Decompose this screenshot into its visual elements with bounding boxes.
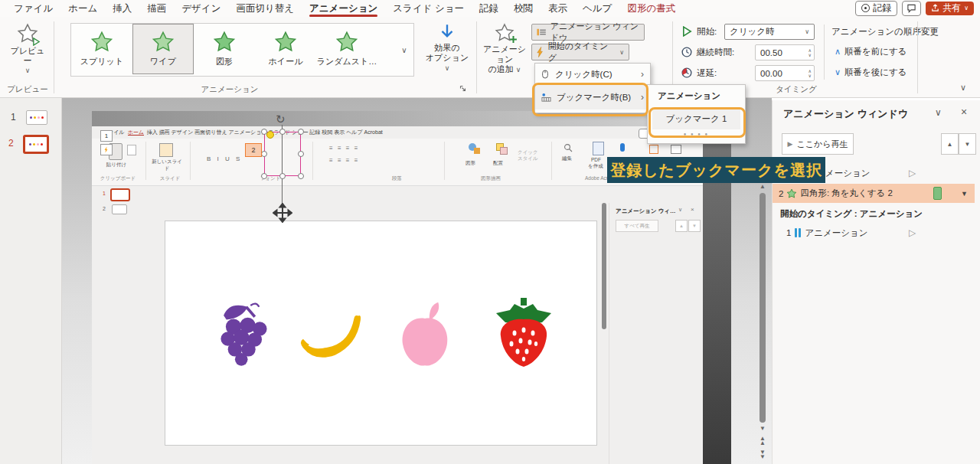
tab-transitions[interactable]: 画面切り替え — [228, 0, 302, 17]
effect-options-label: 効果の — [434, 43, 459, 53]
timing-group-label: タイミング — [735, 84, 858, 95]
preview-label: プレビュー — [6, 46, 49, 66]
submenu-item-bookmark-1[interactable]: ブックマーク 1 — [652, 108, 740, 129]
gallery-item-random-bars[interactable]: ランダムスト… — [316, 24, 377, 74]
next-slide-button[interactable]: ▼▼ — [758, 450, 767, 459]
scrollbar-up-icon[interactable]: ▲ — [758, 184, 767, 190]
menu-item-on-click[interactable]: クリック時(C) › — [535, 64, 650, 85]
trigger-animation-item[interactable]: 1 アニメーション ▷ — [773, 224, 975, 242]
animation-item-2-selected[interactable]: 2 四角形: 角を丸くする 2 ▼ — [773, 184, 975, 203]
delay-input[interactable]: 00.00 ∧∨ — [755, 65, 815, 81]
nested-scrollbar-thumb[interactable] — [602, 203, 606, 329]
menu-item-label: クリック時(C) — [555, 69, 612, 80]
tab-home[interactable]: ホーム — [60, 0, 105, 17]
tab-design[interactable]: デザイン — [174, 0, 228, 17]
scrollbar-thumb[interactable] — [760, 193, 766, 423]
gallery-item-label: スプリット — [80, 56, 123, 67]
move-later-button[interactable]: ∨ 順番を後にする — [835, 67, 907, 78]
animation-pane-icon — [537, 28, 547, 37]
nested-pane-collapse-icon[interactable]: ∨ — [678, 207, 682, 213]
trigger-chevron-icon: ∨ — [619, 49, 624, 56]
tab-slideshow[interactable]: スライド ショー — [385, 0, 472, 17]
tab-record[interactable]: 記録 — [472, 0, 506, 17]
preview-button[interactable]: プレビュー ∨ — [6, 23, 49, 76]
move-earlier-button[interactable]: ∧ 順番を前にする — [835, 46, 907, 57]
gallery-item-split[interactable]: スプリット — [71, 24, 132, 74]
paragraph-icons: ≡ ≡ ≡ ≡ — [329, 145, 359, 152]
share-icon — [931, 4, 939, 12]
move-cursor-icon — [273, 203, 292, 223]
thumb-dot — [37, 143, 39, 145]
wipe-star-icon — [152, 31, 175, 54]
random-bars-star-icon — [335, 31, 358, 54]
tab-view[interactable]: 表示 — [541, 0, 575, 17]
gallery-more-button[interactable]: ∨ — [395, 23, 414, 77]
duration-spinner[interactable]: ∧∨ — [808, 45, 812, 60]
grapes-image — [215, 298, 272, 370]
submenu-arrow-icon: › — [641, 69, 644, 80]
tab-shape-format[interactable]: 図形の書式 — [619, 0, 683, 17]
selection-handle[interactable] — [279, 129, 286, 135]
submenu-grip-dots: ● ● ● ● — [648, 132, 745, 136]
scrollbar-down-icon[interactable]: ▼ — [758, 426, 767, 432]
gallery-item-wipe[interactable]: ワイプ — [132, 24, 194, 74]
tab-help[interactable]: ヘルプ — [575, 0, 619, 17]
selection-handle[interactable] — [298, 151, 304, 157]
gallery-more-icon: ∨ — [401, 46, 407, 54]
play-from-icon: ▶ — [788, 140, 793, 148]
effect-options-button[interactable]: 効果の オプション ∨ — [423, 23, 472, 74]
tab-draw[interactable]: 描画 — [139, 0, 174, 17]
nested-slide-2-thumbnail[interactable] — [112, 204, 127, 214]
animation-pane-button[interactable]: アニメーション ウィンドウ — [531, 24, 645, 41]
nested-slide-1-thumbnail[interactable] — [110, 188, 130, 201]
selection-handle[interactable] — [261, 173, 267, 179]
thumb-dot — [41, 116, 44, 119]
gallery-item-wheel[interactable]: ホイール — [255, 24, 316, 74]
adjustment-handle[interactable] — [266, 131, 274, 139]
rotate-handle-icon[interactable]: ↻ — [276, 113, 286, 126]
trigger-button[interactable]: 開始のタイミング ∨ — [531, 44, 629, 60]
share-button[interactable]: 共有 ∨ — [926, 2, 974, 15]
pane-move-down-button[interactable]: ▼ — [959, 133, 976, 155]
collapse-ribbon-icon[interactable]: ∨ — [960, 83, 966, 93]
slide-1-thumbnail[interactable] — [26, 110, 47, 125]
nested-pane-close-icon[interactable]: × — [691, 206, 694, 213]
play-from-button[interactable]: ▶ ここから再生 — [782, 133, 854, 155]
selection-handle[interactable] — [279, 173, 286, 179]
animation-dialog-launcher-icon[interactable] — [459, 85, 467, 93]
split-star-icon — [90, 31, 113, 54]
gallery-item-shape[interactable]: 図形 — [194, 24, 255, 74]
tab-insert[interactable]: 挿入 — [105, 0, 139, 17]
previous-slide-button[interactable]: ▲▲ — [758, 436, 767, 446]
tab-animations[interactable]: アニメーション — [302, 0, 385, 17]
delay-spinner[interactable]: ∧∨ — [808, 66, 812, 80]
nested-separator — [312, 142, 313, 180]
nested-up-button[interactable]: ▲ — [675, 220, 688, 232]
move-later-label: 順番を後にする — [844, 67, 907, 78]
quick-actions: 記録 共有 ∨ — [851, 1, 974, 15]
font-buttons: B I U S — [207, 155, 242, 162]
animation-pane: アニメーション ウィンドウ ∨ × ▶ ここから再生 ▲ ▼ 1 ▶ アニメーシ… — [772, 100, 980, 464]
selection-handle[interactable] — [298, 129, 304, 135]
nested-down-button[interactable]: ▼ — [688, 220, 701, 232]
nested-play-all-button[interactable]: すべて再生 — [616, 220, 658, 232]
callout-text: 登録したブックマークを選択 — [610, 160, 822, 181]
menu-item-on-bookmark[interactable]: ブックマーク時(B) › — [535, 85, 650, 109]
add-animation-button[interactable]: アニメーション の追加 ∨ — [479, 23, 530, 75]
comments-button[interactable] — [902, 1, 921, 16]
duration-input[interactable]: 00.50 ∧∨ — [755, 44, 815, 60]
record-button[interactable]: 記録 — [855, 1, 897, 16]
pane-move-up-button[interactable]: ▲ — [941, 133, 959, 155]
slide-2-thumbnail-selected[interactable] — [23, 135, 49, 154]
start-select-chevron-icon: ∨ — [805, 28, 809, 35]
tab-review[interactable]: 校閲 — [506, 0, 541, 17]
tab-file[interactable]: ファイル — [6, 0, 60, 17]
pane-close-icon[interactable]: × — [961, 106, 967, 118]
pane-collapse-icon[interactable]: ∨ — [935, 107, 942, 118]
item-dropdown-icon[interactable]: ▼ — [961, 190, 968, 198]
selection-handle[interactable] — [261, 151, 267, 157]
start-select[interactable]: クリック時 ∨ — [724, 24, 815, 40]
play-from-label: ここから再生 — [796, 139, 848, 150]
selection-handle[interactable] — [298, 173, 304, 179]
animation-star-icon — [786, 188, 797, 199]
